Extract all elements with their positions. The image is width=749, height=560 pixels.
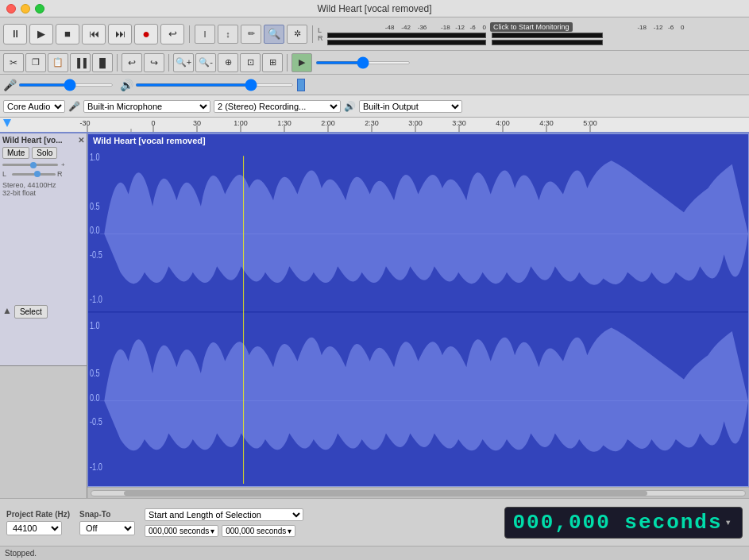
- trim2-tool-button[interactable]: ▐▌: [92, 53, 113, 72]
- zoom-out-button[interactable]: 🔍-: [195, 53, 216, 72]
- forward-button[interactable]: ⏭: [108, 24, 132, 44]
- time1-dropdown[interactable]: ▾: [210, 527, 214, 535]
- snap-to-row: Off: [79, 521, 135, 535]
- vu-meters: LR -48 -42 -36 -18 -12 -6 0 Click to Sta…: [318, 22, 685, 45]
- output-level-slider[interactable]: [135, 83, 294, 87]
- snap-to-select[interactable]: Off: [79, 521, 135, 535]
- play-speed-button[interactable]: ▶: [291, 53, 312, 72]
- vu-bar-L-top: [327, 33, 486, 38]
- svg-text:-1.0: -1.0: [90, 293, 102, 304]
- channels-select[interactable]: 2 (Stereo) Recording...: [214, 100, 341, 113]
- bottom-bar: Project Rate (Hz) 44100 Snap-To Off Star…: [0, 498, 749, 546]
- zoom-in-button[interactable]: 🔍+: [173, 53, 194, 72]
- envelope-tool-button[interactable]: ↕: [218, 25, 238, 44]
- scrollbar-track: [91, 490, 746, 496]
- input-device-select[interactable]: Built-in Microphone: [83, 100, 210, 113]
- monitor-button[interactable]: Click to Start Monitoring: [490, 22, 573, 32]
- vu-bar-R-bot: [492, 40, 603, 45]
- zoom-fit-button[interactable]: ⊡: [240, 53, 261, 72]
- time-display-value: 000,000 seconds: [513, 511, 723, 535]
- maximize-button[interactable]: [35, 4, 44, 14]
- undo-button[interactable]: ↩: [122, 53, 142, 72]
- snap-to-group: Snap-To Off: [79, 510, 135, 535]
- project-rate-select[interactable]: 44100: [6, 521, 62, 535]
- track-bottom-row: ▲ Select: [2, 302, 84, 319]
- input-level-slider[interactable]: [18, 83, 114, 87]
- record-button[interactable]: ●: [134, 24, 158, 44]
- selection-time2[interactable]: 000,000 seconds ▾: [222, 525, 295, 537]
- waveform-svg: 1.0 0.5 0.0 -0.5 -1.0 1.0 0.5 0.0 -0.5 -…: [88, 134, 748, 486]
- collapse-icon[interactable]: ▲: [2, 305, 12, 316]
- svg-text:30: 30: [193, 119, 201, 127]
- scrollbar-thumb[interactable]: [124, 491, 647, 496]
- track-spacer: [2, 197, 84, 300]
- snap-to-label: Snap-To: [79, 510, 135, 519]
- loop-button[interactable]: ↩: [160, 24, 184, 44]
- svg-text:1:00: 1:00: [234, 119, 248, 127]
- paste-tool-button[interactable]: 📋: [48, 53, 68, 72]
- svg-text:5:00: 5:00: [583, 119, 597, 127]
- zoom-sel-button[interactable]: ⊕: [218, 53, 238, 72]
- pan-l-label: L: [2, 170, 10, 178]
- speed-slider[interactable]: [315, 61, 411, 64]
- redo-button[interactable]: ↪: [144, 53, 164, 72]
- selection-group: Start and Length of Selection 000,000 se…: [145, 508, 303, 537]
- time-tool-button[interactable]: ✲: [287, 25, 307, 44]
- pause-button[interactable]: ⏸: [3, 24, 27, 44]
- track-close-button[interactable]: ✕: [78, 136, 84, 145]
- zoom-tool-button[interactable]: 🔍: [264, 25, 284, 44]
- close-button[interactable]: [6, 4, 16, 14]
- svg-text:3:30: 3:30: [452, 119, 466, 127]
- gain-row: +: [2, 161, 84, 168]
- minimize-button[interactable]: [21, 4, 30, 14]
- select-button[interactable]: Select: [14, 305, 48, 319]
- selection-time1[interactable]: 000,000 seconds ▾: [145, 525, 218, 537]
- separator: [189, 25, 190, 43]
- waveform-title-label: Wild Heart [vocal removed]: [93, 136, 206, 145]
- track-panel: Wild Heart [vo... ✕ Mute Solo + L R: [0, 133, 87, 498]
- output-device-select[interactable]: Built-in Output: [359, 100, 462, 113]
- waveform-container[interactable]: Wild Heart [vocal removed] 1.0 0.5 0.0: [87, 133, 749, 487]
- audio-host-select[interactable]: Core Audio: [3, 100, 65, 113]
- play-button[interactable]: ▶: [29, 24, 53, 44]
- svg-text:2:30: 2:30: [365, 119, 379, 127]
- svg-text:0.5: 0.5: [90, 201, 100, 212]
- svg-text:-0.5: -0.5: [90, 249, 102, 260]
- selection-type-select[interactable]: Start and Length of Selection: [145, 508, 303, 521]
- vu-lr-label: LR: [318, 26, 326, 42]
- mute-button[interactable]: Mute: [2, 147, 29, 159]
- solo-button[interactable]: Solo: [32, 147, 57, 159]
- gain-thumb[interactable]: [30, 162, 37, 168]
- status-bar: Stopped.: [0, 546, 749, 560]
- time-display-dropdown[interactable]: ▾: [725, 516, 734, 529]
- svg-text:0.0: 0.0: [90, 225, 100, 236]
- cut-tool-button[interactable]: ✂: [3, 53, 24, 72]
- copy-tool-button[interactable]: ❐: [25, 53, 46, 72]
- project-rate-group: Project Rate (Hz) 44100: [6, 510, 70, 535]
- traffic-lights[interactable]: [6, 4, 44, 14]
- rewind-button[interactable]: ⏮: [82, 24, 106, 44]
- selection-times-row: 000,000 seconds ▾ 000,000 seconds ▾: [145, 525, 303, 537]
- pan-thumb[interactable]: [34, 171, 41, 177]
- select-tool-button[interactable]: I: [195, 25, 215, 44]
- project-rate-label: Project Rate (Hz): [6, 510, 70, 519]
- track-waveform[interactable]: Wild Heart [vocal removed] 1.0 0.5 0.0: [87, 133, 749, 487]
- sep4: [168, 54, 169, 71]
- project-rate-row: 44100: [6, 521, 70, 535]
- trim-tool-button[interactable]: ▐▐: [70, 53, 91, 72]
- zoom-track-button[interactable]: ⊞: [262, 53, 283, 72]
- pan-row: L R: [2, 170, 84, 178]
- edit-toolbar: ✂ ❐ 📋 ▐▐ ▐▌ ↩ ↪ 🔍+ 🔍- ⊕ ⊡ ⊞ ▶: [0, 51, 749, 75]
- draw-tool-button[interactable]: ✏: [241, 25, 261, 44]
- separator2: [312, 25, 313, 43]
- sep3: [117, 54, 118, 71]
- levels-toolbar: 🎤 🔊: [0, 75, 749, 95]
- device-mic-icon: 🎤: [68, 101, 80, 112]
- stop-button[interactable]: ■: [56, 24, 79, 44]
- svg-text:4:00: 4:00: [496, 119, 510, 127]
- svg-text:1:30: 1:30: [277, 119, 291, 127]
- horizontal-scrollbar[interactable]: [87, 487, 749, 498]
- svg-text:3:00: 3:00: [408, 119, 423, 127]
- time2-dropdown[interactable]: ▾: [288, 527, 291, 535]
- track-info: Stereo, 44100Hz 32-bit float: [2, 181, 84, 197]
